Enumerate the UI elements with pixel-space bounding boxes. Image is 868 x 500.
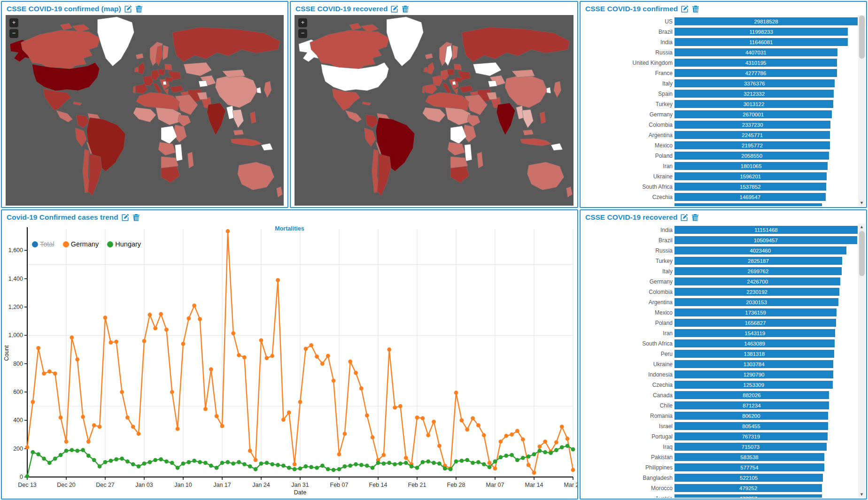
country-serbia[interactable] bbox=[452, 81, 456, 85]
bar[interactable]: 882026 bbox=[674, 391, 829, 399]
scroll-down-icon[interactable]: ▼ bbox=[858, 200, 865, 206]
bar-row[interactable]: Italy2699762 bbox=[582, 267, 858, 275]
country-malaysia[interactable] bbox=[233, 130, 244, 135]
bar-row[interactable]: Austria473357 bbox=[582, 494, 858, 498]
country-turkmenistan[interactable] bbox=[488, 81, 497, 87]
bar-row[interactable]: Canada882026 bbox=[582, 391, 858, 399]
scrollbar-thumb[interactable] bbox=[859, 15, 865, 59]
bar-row[interactable]: Russia4023460 bbox=[582, 246, 858, 254]
choropleth-map[interactable] bbox=[294, 15, 574, 206]
bar[interactable]: 1656827 bbox=[674, 319, 836, 327]
bar-row[interactable]: South Africa1537852 bbox=[582, 183, 858, 191]
bar-row[interactable]: Pakistan583538 bbox=[582, 453, 858, 461]
country-romania[interactable] bbox=[165, 77, 173, 83]
country-mozambique[interactable] bbox=[465, 144, 472, 161]
choropleth-map[interactable] bbox=[6, 15, 284, 206]
country-belarus[interactable] bbox=[454, 64, 462, 70]
bar[interactable]: 3013122 bbox=[674, 100, 833, 108]
bar-row[interactable]: Iran1543119 bbox=[582, 329, 858, 337]
bar[interactable]: 1543119 bbox=[674, 329, 835, 337]
bar-row[interactable]: Iraq715073 bbox=[582, 443, 858, 451]
map-zoom-in-button[interactable]: + bbox=[9, 18, 18, 27]
bar-row[interactable]: Indonesia1290790 bbox=[582, 370, 858, 378]
bar-row[interactable]: India11151468 bbox=[582, 226, 858, 234]
bar[interactable]: 2337230 bbox=[674, 121, 830, 129]
bar[interactable]: 2058550 bbox=[674, 152, 829, 160]
bar[interactable]: 3212332 bbox=[674, 90, 834, 98]
world-map-confirmed[interactable]: + − bbox=[6, 15, 284, 206]
bar[interactable]: 767319 bbox=[674, 432, 828, 440]
country-belarus[interactable] bbox=[164, 64, 172, 70]
bar-row[interactable]: Colombia2337230 bbox=[582, 121, 858, 129]
edit-icon[interactable] bbox=[681, 5, 689, 13]
bar[interactable]: 715073 bbox=[674, 443, 827, 451]
bar[interactable]: 805455 bbox=[674, 422, 828, 430]
country-nkorea[interactable] bbox=[257, 87, 261, 93]
bar-row[interactable]: Czechia1253309 bbox=[582, 381, 858, 389]
bar[interactable]: 1801065 bbox=[674, 162, 828, 170]
bar-row[interactable]: Russia4407031 bbox=[582, 48, 858, 56]
bar-row[interactable]: France4277786 bbox=[582, 69, 858, 77]
bar-row[interactable]: Turkey3013122 bbox=[582, 100, 858, 108]
map-zoom-out-button[interactable]: − bbox=[298, 29, 307, 38]
bar-row[interactable]: Morocco479252 bbox=[582, 484, 858, 492]
bar-row[interactable]: Poland2058550 bbox=[582, 152, 858, 160]
edit-icon[interactable] bbox=[391, 5, 398, 13]
scrollbar[interactable]: ▼ bbox=[858, 15, 865, 206]
bar-row[interactable]: Spain3212332 bbox=[582, 90, 858, 98]
map-zoom-out-button[interactable]: − bbox=[9, 29, 18, 38]
bar[interactable]: 1303784 bbox=[674, 360, 833, 368]
bar-row[interactable]: Germany2426700 bbox=[582, 277, 858, 285]
bar[interactable]: 583538 bbox=[674, 453, 824, 461]
bar[interactable]: 1537852 bbox=[674, 183, 826, 191]
bar-row[interactable]: Chile871234 bbox=[582, 401, 858, 409]
bar[interactable]: 871234 bbox=[674, 401, 829, 409]
bar[interactable]: 2426700 bbox=[674, 277, 840, 285]
scrollbar-thumb[interactable] bbox=[859, 231, 865, 276]
bar[interactable]: 2230192 bbox=[674, 288, 839, 296]
bar[interactable]: 10509457 bbox=[674, 236, 857, 244]
country-malaysia[interactable] bbox=[523, 130, 533, 135]
bar-row[interactable]: Philippines577754 bbox=[582, 463, 858, 471]
bar[interactable]: 2670001 bbox=[674, 110, 832, 118]
country-portugal[interactable] bbox=[133, 86, 136, 93]
bar-row[interactable]: Ukraine1303784 bbox=[582, 360, 858, 368]
edit-icon[interactable] bbox=[124, 5, 132, 13]
country-serbia[interactable] bbox=[163, 81, 166, 85]
country-mozambique[interactable] bbox=[175, 144, 183, 161]
bar[interactable]: 1381318 bbox=[674, 350, 834, 358]
bar-row[interactable]: Czechia1469547 bbox=[582, 193, 858, 201]
country-romania[interactable] bbox=[455, 77, 462, 83]
bar[interactable]: 806200 bbox=[674, 412, 828, 420]
country-portugal[interactable] bbox=[422, 86, 425, 93]
bar-row[interactable]: Germany2670001 bbox=[582, 110, 858, 118]
bar[interactable]: 4310195 bbox=[674, 59, 837, 67]
bar-row[interactable]: Iran1801065 bbox=[582, 162, 858, 170]
bar-row[interactable]: Brazil10509457 bbox=[582, 236, 858, 244]
country-turkmenistan[interactable] bbox=[199, 81, 208, 87]
bar[interactable]: 2699762 bbox=[674, 267, 842, 275]
bar[interactable]: 2825187 bbox=[674, 257, 842, 265]
bar[interactable]: 4407031 bbox=[674, 48, 837, 56]
bar-row[interactable]: Romania806200 bbox=[582, 412, 858, 420]
trash-icon[interactable] bbox=[132, 214, 140, 221]
country-poland[interactable] bbox=[158, 69, 165, 76]
bar[interactable]: 2195772 bbox=[674, 141, 830, 149]
bar-row[interactable]: Poland1656827 bbox=[582, 319, 858, 327]
bar-row[interactable]: South Africa1463089 bbox=[582, 339, 858, 347]
bar[interactable]: 479252 bbox=[674, 484, 822, 492]
bar-row[interactable]: Mexico1736159 bbox=[582, 308, 858, 316]
bar-row[interactable]: Argentina2030153 bbox=[582, 298, 858, 306]
trash-icon[interactable] bbox=[692, 5, 699, 13]
bar[interactable]: 11151468 bbox=[674, 226, 858, 234]
bar-row[interactable]: Brazil11998233 bbox=[582, 28, 858, 36]
map-zoom-in-button[interactable]: + bbox=[298, 18, 307, 27]
trash-icon[interactable] bbox=[135, 5, 143, 13]
bar-row[interactable]: Peru1381318 bbox=[582, 350, 858, 358]
bar[interactable]: 1290790 bbox=[674, 370, 833, 378]
bar[interactable]: 29818528 bbox=[674, 17, 858, 25]
bar[interactable]: 2245771 bbox=[674, 131, 830, 139]
bar[interactable]: 4023460 bbox=[674, 246, 846, 254]
bar[interactable]: 11998233 bbox=[674, 28, 848, 36]
bar[interactable]: 1736159 bbox=[674, 308, 837, 316]
